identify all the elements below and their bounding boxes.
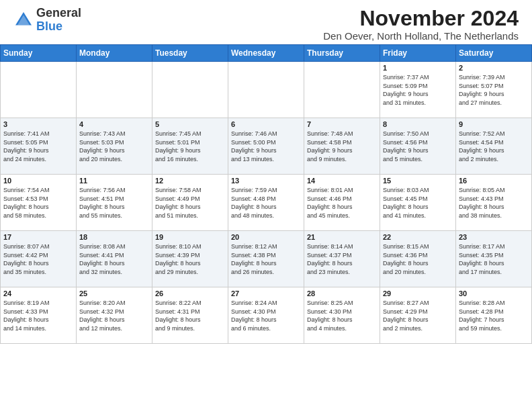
table-row: 14Sunrise: 8:01 AM Sunset: 4:46 PM Dayli… (304, 175, 380, 231)
table-row: 2Sunrise: 7:39 AM Sunset: 5:07 PM Daylig… (456, 62, 532, 118)
calendar-week-row: 24Sunrise: 8:19 AM Sunset: 4:33 PM Dayli… (1, 287, 532, 344)
table-row: 17Sunrise: 8:07 AM Sunset: 4:42 PM Dayli… (1, 231, 77, 287)
table-row: 8Sunrise: 7:50 AM Sunset: 4:56 PM Daylig… (380, 118, 456, 175)
calendar-week-row: 10Sunrise: 7:54 AM Sunset: 4:53 PM Dayli… (1, 175, 532, 231)
col-thursday: Thursday (304, 45, 380, 62)
table-row: 25Sunrise: 8:20 AM Sunset: 4:32 PM Dayli… (77, 287, 152, 344)
day-info: Sunrise: 7:45 AM Sunset: 5:01 PM Dayligh… (155, 130, 225, 163)
table-row: 28Sunrise: 8:25 AM Sunset: 4:30 PM Dayli… (304, 287, 380, 344)
col-monday: Monday (77, 45, 152, 62)
day-number: 8 (383, 120, 453, 128)
day-number: 18 (79, 233, 149, 241)
day-info: Sunrise: 8:27 AM Sunset: 4:29 PM Dayligh… (383, 299, 453, 332)
day-number: 17 (3, 233, 73, 241)
table-row: 21Sunrise: 8:14 AM Sunset: 4:37 PM Dayli… (304, 231, 380, 287)
day-number: 11 (79, 177, 149, 185)
day-number: 5 (155, 120, 225, 128)
day-number: 26 (155, 289, 225, 298)
day-info: Sunrise: 8:03 AM Sunset: 4:45 PM Dayligh… (383, 186, 453, 220)
col-friday: Friday (380, 45, 456, 62)
day-number: 23 (459, 233, 529, 241)
day-info: Sunrise: 7:54 AM Sunset: 4:53 PM Dayligh… (3, 186, 73, 220)
day-info: Sunrise: 7:43 AM Sunset: 5:03 PM Dayligh… (79, 130, 149, 163)
table-row: 10Sunrise: 7:54 AM Sunset: 4:53 PM Dayli… (1, 175, 77, 231)
table-row: 24Sunrise: 8:19 AM Sunset: 4:33 PM Dayli… (1, 287, 77, 344)
col-tuesday: Tuesday (152, 45, 228, 62)
day-number: 20 (231, 233, 301, 241)
day-number: 7 (307, 120, 377, 128)
calendar-week-row: 17Sunrise: 8:07 AM Sunset: 4:42 PM Dayli… (1, 231, 532, 287)
table-row: 30Sunrise: 8:28 AM Sunset: 4:28 PM Dayli… (456, 287, 532, 344)
col-wednesday: Wednesday (228, 45, 304, 62)
day-number: 6 (231, 120, 301, 128)
table-row: 12Sunrise: 7:58 AM Sunset: 4:49 PM Dayli… (152, 175, 228, 231)
calendar-week-row: 1Sunrise: 7:37 AM Sunset: 5:09 PM Daylig… (1, 62, 532, 118)
table-row (304, 62, 380, 118)
day-number: 27 (231, 289, 301, 298)
table-row: 20Sunrise: 8:12 AM Sunset: 4:38 PM Dayli… (228, 231, 304, 287)
header: General Blue November 2024 Den Oever, No… (0, 0, 532, 44)
day-info: Sunrise: 8:24 AM Sunset: 4:30 PM Dayligh… (231, 299, 301, 332)
table-row: 26Sunrise: 8:22 AM Sunset: 4:31 PM Dayli… (152, 287, 228, 344)
day-info: Sunrise: 8:12 AM Sunset: 4:38 PM Dayligh… (231, 242, 301, 276)
day-info: Sunrise: 8:10 AM Sunset: 4:39 PM Dayligh… (155, 242, 225, 276)
table-row: 22Sunrise: 8:15 AM Sunset: 4:36 PM Dayli… (380, 231, 456, 287)
day-info: Sunrise: 8:07 AM Sunset: 4:42 PM Dayligh… (3, 242, 73, 276)
table-row: 15Sunrise: 8:03 AM Sunset: 4:45 PM Dayli… (380, 175, 456, 231)
day-number: 29 (383, 289, 453, 298)
day-number: 9 (459, 120, 529, 128)
calendar-header-row: Sunday Monday Tuesday Wednesday Thursday… (1, 45, 532, 62)
day-info: Sunrise: 7:58 AM Sunset: 4:49 PM Dayligh… (155, 186, 225, 220)
day-info: Sunrise: 8:14 AM Sunset: 4:37 PM Dayligh… (307, 242, 377, 276)
logo: General Blue (13, 7, 81, 34)
table-row: 18Sunrise: 8:08 AM Sunset: 4:41 PM Dayli… (77, 231, 152, 287)
day-number: 30 (459, 289, 529, 298)
day-number: 15 (383, 177, 453, 185)
day-number: 24 (3, 289, 73, 298)
day-number: 14 (307, 177, 377, 185)
logo-blue: Blue (36, 19, 62, 33)
day-info: Sunrise: 8:28 AM Sunset: 4:28 PM Dayligh… (459, 299, 529, 332)
table-row: 16Sunrise: 8:05 AM Sunset: 4:43 PM Dayli… (456, 175, 532, 231)
calendar-week-row: 3Sunrise: 7:41 AM Sunset: 5:05 PM Daylig… (1, 118, 532, 175)
table-row: 23Sunrise: 8:17 AM Sunset: 4:35 PM Dayli… (456, 231, 532, 287)
table-row: 27Sunrise: 8:24 AM Sunset: 4:30 PM Dayli… (228, 287, 304, 344)
logo-icon (13, 10, 34, 30)
table-row: 1Sunrise: 7:37 AM Sunset: 5:09 PM Daylig… (380, 62, 456, 118)
day-number: 19 (155, 233, 225, 241)
logo-general: General (36, 6, 81, 19)
day-info: Sunrise: 7:59 AM Sunset: 4:48 PM Dayligh… (231, 186, 301, 220)
table-row (1, 62, 77, 118)
title-block: November 2024 Den Oever, North Holland, … (323, 7, 519, 42)
table-row (77, 62, 152, 118)
day-info: Sunrise: 8:15 AM Sunset: 4:36 PM Dayligh… (383, 242, 453, 276)
table-row: 5Sunrise: 7:45 AM Sunset: 5:01 PM Daylig… (152, 118, 228, 175)
day-info: Sunrise: 8:17 AM Sunset: 4:35 PM Dayligh… (459, 242, 529, 276)
table-row: 3Sunrise: 7:41 AM Sunset: 5:05 PM Daylig… (1, 118, 77, 175)
day-info: Sunrise: 7:39 AM Sunset: 5:07 PM Dayligh… (459, 73, 529, 107)
day-number: 10 (3, 177, 73, 185)
day-number: 3 (3, 120, 73, 128)
day-info: Sunrise: 7:37 AM Sunset: 5:09 PM Dayligh… (383, 73, 453, 107)
table-row: 29Sunrise: 8:27 AM Sunset: 4:29 PM Dayli… (380, 287, 456, 344)
day-info: Sunrise: 7:56 AM Sunset: 4:51 PM Dayligh… (79, 186, 149, 220)
day-info: Sunrise: 7:48 AM Sunset: 4:58 PM Dayligh… (307, 130, 377, 163)
day-number: 1 (383, 64, 453, 72)
day-info: Sunrise: 7:46 AM Sunset: 5:00 PM Dayligh… (231, 130, 301, 163)
day-info: Sunrise: 8:22 AM Sunset: 4:31 PM Dayligh… (155, 299, 225, 332)
table-row: 9Sunrise: 7:52 AM Sunset: 4:54 PM Daylig… (456, 118, 532, 175)
table-row: 19Sunrise: 8:10 AM Sunset: 4:39 PM Dayli… (152, 231, 228, 287)
day-number: 12 (155, 177, 225, 185)
day-number: 25 (79, 289, 149, 298)
calendar: Sunday Monday Tuesday Wednesday Thursday… (0, 44, 532, 344)
day-number: 21 (307, 233, 377, 241)
day-info: Sunrise: 7:52 AM Sunset: 4:54 PM Dayligh… (459, 130, 529, 163)
day-number: 22 (383, 233, 453, 241)
day-info: Sunrise: 8:08 AM Sunset: 4:41 PM Dayligh… (79, 242, 149, 276)
day-number: 13 (231, 177, 301, 185)
col-sunday: Sunday (1, 45, 77, 62)
table-row: 4Sunrise: 7:43 AM Sunset: 5:03 PM Daylig… (77, 118, 152, 175)
logo-text: General Blue (36, 7, 81, 34)
day-number: 4 (79, 120, 149, 128)
day-info: Sunrise: 8:01 AM Sunset: 4:46 PM Dayligh… (307, 186, 377, 220)
